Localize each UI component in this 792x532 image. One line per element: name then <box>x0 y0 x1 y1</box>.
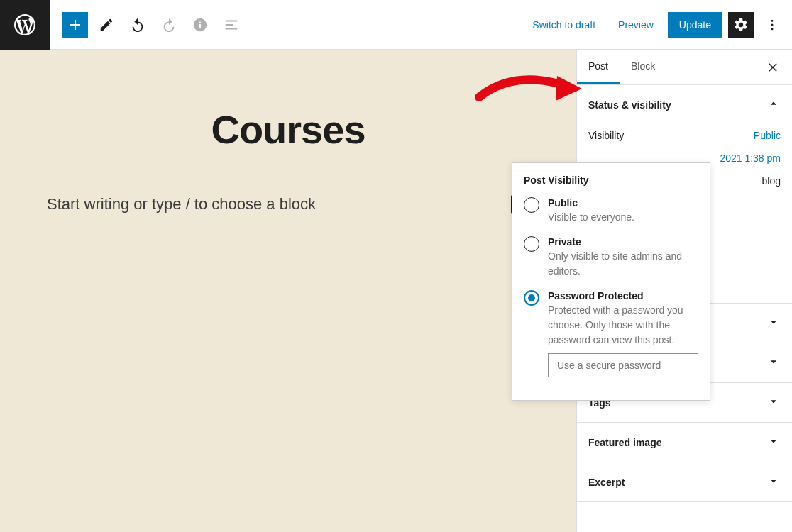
outline-button[interactable] <box>219 12 244 38</box>
option-label: Public <box>548 197 634 209</box>
chevron-down-icon <box>766 315 781 331</box>
panel-title: Excerpt <box>588 477 625 488</box>
publish-value[interactable]: 2021 1:38 pm <box>720 153 781 164</box>
panel-featured-image: Featured image <box>577 423 792 462</box>
option-desc: Visible to everyone. <box>548 210 634 225</box>
visibility-option-password[interactable]: Password Protected Protected with a pass… <box>524 290 698 377</box>
update-button[interactable]: Update <box>668 12 722 38</box>
visibility-option-public[interactable]: Public Visible to everyone. <box>524 197 698 225</box>
panel-title: Status & visibility <box>588 99 671 111</box>
radio-icon <box>524 236 539 252</box>
panel-excerpt-header[interactable]: Excerpt <box>577 462 792 501</box>
panel-excerpt: Excerpt <box>577 462 792 502</box>
chevron-down-icon <box>766 355 781 371</box>
svg-point-1 <box>771 23 774 26</box>
info-icon <box>192 17 208 33</box>
radio-icon <box>524 290 539 306</box>
svg-point-2 <box>771 28 774 30</box>
template-value: blog <box>762 175 781 187</box>
redo-icon <box>161 17 177 33</box>
gear-icon <box>733 17 749 33</box>
redo-button[interactable] <box>156 12 182 38</box>
chevron-down-icon <box>766 394 781 411</box>
visibility-value[interactable]: Public <box>754 130 781 141</box>
option-label: Password Protected <box>548 290 698 301</box>
close-icon <box>767 61 780 74</box>
edit-mode-button[interactable] <box>94 12 119 38</box>
toolbar-left <box>50 12 244 38</box>
undo-icon <box>130 17 145 33</box>
info-button[interactable] <box>187 12 213 38</box>
plus-icon <box>67 16 84 33</box>
pencil-icon <box>99 17 114 33</box>
chevron-down-icon <box>766 474 781 490</box>
list-icon <box>224 17 239 33</box>
password-input[interactable] <box>548 353 698 377</box>
chevron-up-icon <box>766 96 781 113</box>
close-sidebar-button[interactable] <box>759 53 788 82</box>
wordpress-icon <box>12 12 38 38</box>
settings-button[interactable] <box>728 12 754 38</box>
block-prompt[interactable]: Start writing or type / to choose a bloc… <box>47 195 511 214</box>
radio-icon <box>524 197 539 213</box>
tab-block[interactable]: Block <box>620 50 666 84</box>
undo-button[interactable] <box>125 12 150 38</box>
visibility-popover: Post Visibility Public Visible to everyo… <box>512 162 710 401</box>
more-menu-button[interactable] <box>759 12 785 38</box>
wordpress-logo[interactable] <box>0 0 50 50</box>
post-title[interactable]: Courses <box>211 106 365 153</box>
switch-to-draft-link[interactable]: Switch to draft <box>524 13 604 36</box>
toolbar-right: Switch to draft Preview Update <box>524 12 792 38</box>
option-label: Private <box>548 236 698 248</box>
top-toolbar: Switch to draft Preview Update <box>0 0 792 50</box>
popover-title: Post Visibility <box>524 174 698 186</box>
option-desc: Protected with a password you choose. On… <box>548 303 698 348</box>
sidebar-tabs: Post Block <box>577 50 792 85</box>
option-desc: Only visible to site admins and editors. <box>548 249 698 279</box>
dots-vertical-icon <box>765 18 779 32</box>
preview-link[interactable]: Preview <box>610 13 662 36</box>
panel-title: Featured image <box>588 437 661 448</box>
add-block-button[interactable] <box>62 12 88 38</box>
tab-post[interactable]: Post <box>577 50 620 84</box>
svg-point-0 <box>771 19 774 21</box>
editor-canvas[interactable]: Courses Start writing or type / to choos… <box>0 50 576 532</box>
visibility-label: Visibility <box>588 130 754 141</box>
visibility-option-private[interactable]: Private Only visible to site admins and … <box>524 236 698 279</box>
visibility-row: Visibility Public <box>588 124 781 147</box>
chevron-down-icon <box>766 434 781 450</box>
block-prompt-row: Start writing or type / to choose a bloc… <box>0 195 576 214</box>
panel-status-visibility-header[interactable]: Status & visibility <box>577 85 792 124</box>
panel-featured-image-header[interactable]: Featured image <box>577 423 792 462</box>
